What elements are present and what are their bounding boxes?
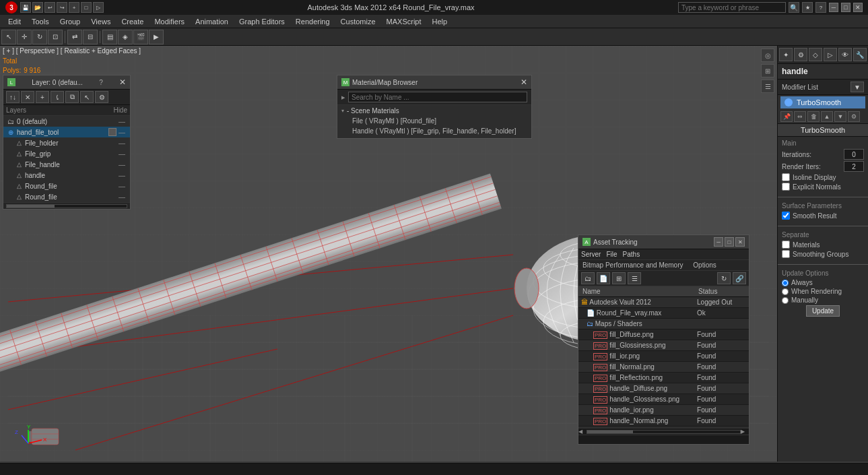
tb-icon-1[interactable]: 💾 bbox=[20, 2, 31, 13]
remove-icon[interactable]: 🗑 bbox=[807, 111, 820, 122]
when-rendering-radio[interactable] bbox=[782, 288, 789, 295]
menu-group[interactable]: Group bbox=[55, 16, 86, 27]
layer-scrollbar-thumb[interactable] bbox=[7, 205, 55, 208]
asset-minimize-btn[interactable]: ─ bbox=[714, 237, 723, 247]
display-icon[interactable]: 👁 bbox=[838, 48, 852, 61]
material-editor-btn[interactable]: ◈ bbox=[118, 30, 133, 44]
viewport-icon-3[interactable]: ☰ bbox=[761, 80, 774, 93]
scene-materials-header[interactable]: ▾ - Scene Materials bbox=[341, 107, 527, 115]
asset-options-label[interactable]: Options bbox=[693, 261, 716, 269]
tb-icon-9[interactable]: ? bbox=[815, 2, 826, 13]
asset-scroll-track[interactable] bbox=[587, 430, 741, 434]
always-radio[interactable] bbox=[782, 280, 789, 286]
layer-select-icon[interactable]: ↖ bbox=[80, 91, 94, 103]
asset-tb-3[interactable]: ⊞ bbox=[612, 272, 626, 284]
rotate-tool-btn[interactable]: ↻ bbox=[32, 30, 47, 44]
menu-views[interactable]: Views bbox=[86, 16, 116, 27]
asset-maximize-btn[interactable]: □ bbox=[725, 237, 734, 247]
expand-icon[interactable]: ⇔ bbox=[794, 111, 806, 122]
material-browser-close-btn[interactable]: ✕ bbox=[521, 77, 527, 87]
mat-item-1[interactable]: Handle ( VRayMtl ) [File_grip, File_hand… bbox=[341, 126, 527, 136]
down-icon[interactable]: ▼ bbox=[834, 111, 846, 122]
asset-scroll-thumb[interactable] bbox=[587, 431, 633, 433]
update-button[interactable]: Update bbox=[806, 305, 840, 317]
tb-icon-2[interactable]: 📂 bbox=[32, 2, 43, 13]
asset-tb-1[interactable]: 🗂 bbox=[581, 272, 595, 284]
layer-item-0[interactable]: 🗂 0 (default) — bbox=[3, 116, 130, 127]
layer-item-2[interactable]: △ File_holder — bbox=[3, 137, 130, 148]
asset-tb-2[interactable]: 📄 bbox=[597, 272, 610, 284]
mat-item-0[interactable]: File ( VRayMtl ) [Round_file] bbox=[341, 116, 527, 126]
hierarchy-icon[interactable]: ◇ bbox=[809, 48, 822, 61]
asset-menu-server[interactable]: Server bbox=[581, 251, 601, 258]
layer-scrollbar-track[interactable] bbox=[6, 204, 127, 208]
asset-tb-6[interactable]: 🔗 bbox=[733, 272, 746, 284]
layer-add-icon[interactable]: + bbox=[36, 91, 49, 103]
pin-icon[interactable]: 📌 bbox=[780, 111, 793, 122]
tb-icon-6[interactable]: □ bbox=[81, 2, 92, 13]
align-btn[interactable]: ⊟ bbox=[83, 30, 98, 44]
materials-checkbox[interactable] bbox=[782, 241, 790, 249]
search-icon[interactable]: 🔍 bbox=[789, 2, 799, 13]
settings-icon[interactable]: ⚙ bbox=[848, 111, 860, 122]
search-input[interactable] bbox=[678, 2, 786, 13]
asset-close-btn[interactable]: ✕ bbox=[735, 237, 745, 247]
create-icon[interactable]: ✦ bbox=[779, 48, 793, 61]
iterations-input[interactable] bbox=[844, 149, 864, 160]
quick-render-btn[interactable]: ▶ bbox=[149, 30, 164, 44]
asset-tb-4[interactable]: ☰ bbox=[628, 272, 641, 284]
asset-scroll-right[interactable]: ▶ bbox=[741, 429, 749, 435]
viewport-icon-2[interactable]: ⊞ bbox=[761, 64, 774, 77]
layer-btn[interactable]: ▤ bbox=[102, 30, 117, 44]
menu-modifiers[interactable]: Modifiers bbox=[149, 16, 190, 27]
layer-scrollbar[interactable] bbox=[3, 202, 130, 209]
menu-rendering[interactable]: Rendering bbox=[290, 16, 335, 27]
menu-tools[interactable]: Tools bbox=[26, 16, 55, 27]
scale-tool-btn[interactable]: ⊡ bbox=[48, 30, 63, 44]
minimize-button[interactable]: ─ bbox=[829, 3, 838, 12]
tb-icon-8[interactable]: ★ bbox=[802, 2, 813, 13]
render-iters-input[interactable] bbox=[844, 161, 864, 172]
select-tool-btn[interactable]: ↖ bbox=[1, 30, 16, 44]
asset-menu-paths[interactable]: Paths bbox=[623, 251, 640, 258]
move-tool-btn[interactable]: ✛ bbox=[17, 30, 32, 44]
menu-animation[interactable]: Animation bbox=[190, 16, 234, 27]
layer-item-3[interactable]: △ File_grip — bbox=[3, 148, 130, 159]
menu-edit[interactable]: Edit bbox=[3, 16, 26, 27]
smoothing-groups-checkbox[interactable] bbox=[782, 250, 790, 258]
menu-create[interactable]: Create bbox=[116, 16, 149, 27]
tb-icon-4[interactable]: ↪ bbox=[57, 2, 67, 13]
viewport-icon-1[interactable]: ◎ bbox=[761, 49, 774, 62]
motion-icon[interactable]: ▷ bbox=[824, 48, 837, 61]
mat-search-input[interactable] bbox=[348, 92, 527, 102]
close-button[interactable]: ✕ bbox=[853, 3, 863, 12]
layer-item-5[interactable]: △ handle — bbox=[3, 170, 130, 181]
layer-close-btn[interactable]: ✕ bbox=[119, 77, 126, 87]
menu-help[interactable]: Help bbox=[427, 16, 453, 27]
utility-icon[interactable]: 🔧 bbox=[853, 48, 867, 61]
tb-icon-5[interactable]: + bbox=[69, 2, 79, 13]
layer-item-7[interactable]: △ Round_file — bbox=[3, 191, 130, 202]
layer-item-4[interactable]: △ File_handle — bbox=[3, 159, 130, 170]
layer-item-1[interactable]: ⊕ hand_file_tool — bbox=[3, 127, 130, 137]
turbosmooth-entry[interactable]: TurboSmooth bbox=[780, 96, 865, 108]
asset-horizontal-scrollbar[interactable]: ◀ ▶ bbox=[578, 428, 749, 435]
maximize-button[interactable]: □ bbox=[841, 3, 850, 12]
explicit-normals-checkbox[interactable] bbox=[782, 183, 790, 191]
modify-icon[interactable]: ⚙ bbox=[794, 48, 807, 61]
smooth-result-checkbox[interactable] bbox=[782, 212, 790, 220]
layer-item-6[interactable]: △ Round_file — bbox=[3, 181, 130, 191]
menu-maxscript[interactable]: MAXScript bbox=[381, 16, 427, 27]
asset-tb-5[interactable]: ↻ bbox=[717, 272, 731, 284]
asset-scroll-left[interactable]: ◀ bbox=[578, 429, 587, 435]
render-btn[interactable]: 🎬 bbox=[133, 30, 148, 44]
menu-graph-editors[interactable]: Graph Editors bbox=[234, 16, 290, 27]
asset-table-container[interactable]: Name Status 🏛 Autodesk Vault 2012 Logged… bbox=[578, 286, 749, 428]
isoline-checkbox[interactable] bbox=[782, 173, 790, 181]
layer-move-icon[interactable]: ⤹ bbox=[51, 91, 64, 103]
tb-icon-3[interactable]: ↩ bbox=[44, 2, 55, 13]
layer-copy-icon[interactable]: ⧉ bbox=[65, 91, 79, 103]
manually-radio[interactable] bbox=[782, 297, 789, 304]
asset-menu-file[interactable]: File bbox=[606, 251, 617, 258]
layer-item-checkbox-1[interactable] bbox=[108, 128, 116, 136]
